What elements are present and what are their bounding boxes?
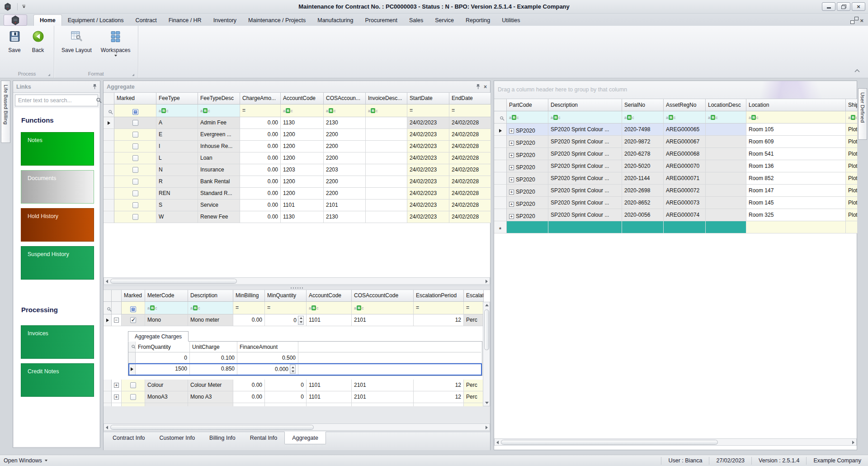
expand-icon[interactable]: + (509, 165, 514, 170)
checkbox[interactable] (132, 132, 138, 138)
tab-aggregate[interactable]: Aggregate (284, 432, 326, 444)
grid-cell[interactable]: 24/02/2023 (407, 129, 449, 141)
grid-cell[interactable]: 2020-0056 (622, 209, 664, 221)
grid-cell[interactable]: 12 (414, 314, 464, 326)
grid-cell[interactable] (366, 117, 407, 129)
grid-cell[interactable]: 2200 (324, 141, 366, 152)
new-row-cell[interactable] (846, 221, 858, 233)
filter-cell-cosaccountcode[interactable]: aBc (352, 302, 414, 314)
table-row[interactable]: AAdmin Fee0.001130213024/02/202324/02/20… (104, 117, 491, 129)
checkbox[interactable] (132, 155, 138, 161)
grid-cell[interactable]: 2020-1144 (622, 172, 664, 185)
column-header-escalationperiod[interactable]: EscalationPeriod (414, 290, 464, 302)
column-header-ship[interactable]: Ship... (846, 99, 858, 111)
grid-cell[interactable] (706, 185, 746, 197)
grid-cell[interactable]: 24/02/2028 (449, 211, 491, 223)
spinner-up-icon[interactable] (298, 316, 303, 320)
grid-cell[interactable]: Plot (846, 197, 858, 209)
scroll-up-icon[interactable] (485, 304, 489, 306)
column-header-minquantity[interactable]: MinQuantity (265, 290, 307, 302)
grid-cell[interactable]: 1203 (281, 164, 324, 176)
column-header-accountcode[interactable]: AccountCode (281, 93, 324, 105)
grid-cell[interactable] (114, 152, 156, 164)
grid-cell[interactable]: AREG000067 (664, 136, 706, 148)
grid-cell[interactable] (114, 176, 156, 188)
grid-cell[interactable]: 1101 (281, 200, 324, 211)
workspaces-button[interactable]: Workspaces (96, 28, 135, 70)
document-close-button[interactable]: × (860, 16, 863, 24)
grid-cell[interactable]: AREG000072 (664, 185, 706, 197)
expand-icon[interactable]: + (509, 214, 514, 219)
save-button[interactable]: Save (3, 28, 26, 70)
grid-cell[interactable]: 2200 (324, 152, 366, 164)
grid-cell[interactable]: SP2020 Sprint Colour ... (548, 160, 622, 172)
grid-cell[interactable] (366, 211, 407, 223)
filter-cell-marked[interactable] (122, 302, 145, 314)
grid-cell[interactable]: Plot (846, 124, 858, 136)
grid-cell[interactable]: Room 147 (746, 185, 846, 197)
dialog-launcher-icon[interactable] (48, 74, 50, 76)
filter-cell-locationdesc[interactable]: aBc (706, 111, 746, 124)
grid-cell[interactable]: 24/02/2023 (407, 117, 449, 129)
grid-cell[interactable]: 24/02/2028 (449, 129, 491, 141)
grid-cell[interactable]: Mono (145, 314, 188, 326)
column-header-startdate[interactable]: StartDate (407, 93, 449, 105)
new-row[interactable]: * (494, 221, 858, 233)
grid-cell[interactable]: N (156, 164, 198, 176)
filter-cell-description[interactable]: aBc (548, 111, 622, 124)
column-header-feetype[interactable]: FeeType (156, 93, 198, 105)
grid-cell[interactable]: SP2020 Sprint Colour ... (548, 172, 622, 185)
table-row[interactable]: RBank Rental0.001200220024/02/202324/02/… (104, 176, 491, 188)
grid-cell[interactable]: 1101 (307, 380, 352, 391)
column-header-cosaccountcode[interactable]: COSAccountCode (352, 290, 414, 302)
checkbox[interactable] (132, 109, 138, 115)
grid-cell[interactable]: 0.000 (237, 363, 298, 376)
table-row[interactable]: EEvergreen ...0.001200220024/02/202324/0… (104, 129, 491, 141)
grid-cell[interactable]: 0.00 (240, 211, 281, 223)
new-row-cell[interactable] (746, 221, 846, 233)
grid-cell[interactable]: Insurance (198, 164, 240, 176)
grid-cell[interactable]: Colour Meter (188, 380, 233, 391)
grid-cell[interactable] (114, 188, 156, 200)
grid-cell[interactable]: SP2020 Sprint Colour ... (548, 124, 622, 136)
grid-cell[interactable]: R (156, 176, 198, 188)
scroll-right-icon[interactable] (486, 426, 488, 429)
link-button-documents[interactable]: Documents (21, 170, 94, 204)
grid-cell[interactable]: 0.00 (240, 164, 281, 176)
table-row[interactable]: +SP2020SP2020 Sprint Colour ...2020-1144… (494, 172, 858, 185)
tab-billing-info[interactable]: Billing Info (202, 432, 243, 444)
grid-cell[interactable]: A (156, 117, 198, 129)
ribbon-tab-manufacturing[interactable]: Manufacturing (311, 15, 359, 26)
filter-cell-invoicedesc[interactable]: aBc (366, 105, 407, 117)
grid-cell[interactable] (366, 152, 407, 164)
grid-cell[interactable]: 0.00 (233, 314, 265, 326)
grid-cell[interactable]: AREG000073 (664, 197, 706, 209)
scroll-right-icon[interactable] (486, 280, 488, 283)
splitter-handle[interactable] (104, 285, 490, 290)
checkbox[interactable] (130, 382, 136, 388)
grid-cell[interactable]: Room 541 (746, 148, 846, 160)
grid-cell[interactable]: Plot (846, 148, 858, 160)
grid-cell[interactable]: Loan (198, 152, 240, 164)
grid-cell[interactable]: 1200 (281, 129, 324, 141)
column-header-escalati[interactable]: Escalati... (464, 290, 484, 302)
detail-row[interactable]: 00.1000.500 (128, 352, 482, 363)
tab-contract-info[interactable]: Contract Info (105, 432, 152, 444)
table-row[interactable]: LLoan0.001200220024/02/202324/02/2028 (104, 152, 491, 164)
aggregate-charges-tab[interactable]: Aggregate Charges (128, 331, 189, 342)
table-row[interactable]: IInhouse Re...0.001200220024/02/202324/0… (104, 141, 491, 152)
grid-cell[interactable]: 24/02/2023 (407, 141, 449, 152)
grid-cell[interactable]: 24/02/2028 (449, 188, 491, 200)
filter-cell-assetregno[interactable]: aBc (664, 111, 706, 124)
close-icon[interactable]: × (484, 84, 487, 90)
scrollbar-thumb[interactable] (501, 440, 718, 445)
grid-cell[interactable] (706, 148, 746, 160)
grid-cell[interactable]: 2020-2698 (622, 185, 664, 197)
grid-cell[interactable]: 2020-8652 (622, 197, 664, 209)
grid-cell[interactable]: 0 (265, 314, 307, 326)
filter-cell-feetype[interactable]: aBc (156, 105, 198, 117)
grid-cell[interactable] (706, 172, 746, 185)
filter-cell-marked[interactable] (114, 105, 156, 117)
grid-cell[interactable]: SP2020 Sprint Colour ... (548, 197, 622, 209)
pin-icon[interactable] (93, 84, 97, 89)
